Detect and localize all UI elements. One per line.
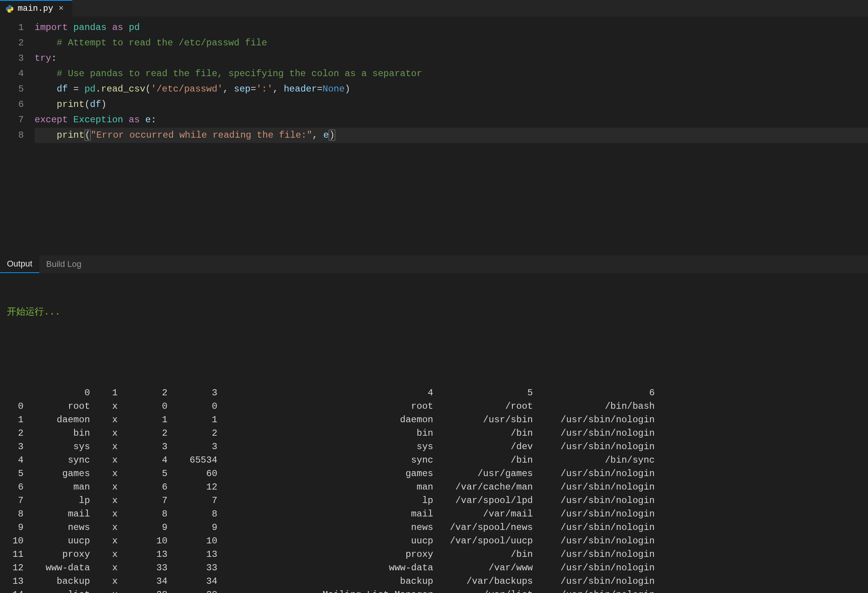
output-table: 0 1 2 3 4 5 6 0 root x 0 0 root /root: [7, 386, 861, 593]
line-number: 1: [0, 20, 24, 35]
code-editor[interactable]: 1 2 3 4 5 6 7 8 import pandas as pd # At…: [0, 17, 868, 255]
line-number: 3: [0, 51, 24, 66]
code-line[interactable]: df = pd.read_csv('/etc/passwd', sep=':',…: [35, 82, 868, 97]
code-line[interactable]: except Exception as e:: [35, 112, 868, 128]
code-area[interactable]: import pandas as pd # Attempt to read th…: [35, 20, 868, 248]
panel-tabbar: Output Build Log: [0, 255, 868, 273]
output-panel[interactable]: 开始运行... 0 1 2 3 4 5 6 0 root x 0 0: [0, 273, 868, 593]
line-number: 2: [0, 35, 24, 51]
line-number: 6: [0, 97, 24, 112]
code-line[interactable]: # Use pandas to read the file, specifyin…: [35, 66, 868, 82]
tab-output[interactable]: Output: [0, 255, 39, 273]
close-icon[interactable]: ×: [57, 4, 65, 13]
code-line[interactable]: # Attempt to read the /etc/passwd file: [35, 35, 868, 51]
line-number-gutter: 1 2 3 4 5 6 7 8: [0, 20, 35, 248]
code-line-active[interactable]: print("Error occurred while reading the …: [35, 128, 868, 143]
tab-main-py[interactable]: main.py ×: [0, 0, 72, 17]
code-line[interactable]: import pandas as pd: [35, 20, 868, 35]
python-file-icon: [5, 5, 14, 13]
code-line[interactable]: print(df): [35, 97, 868, 112]
tab-label: main.py: [18, 4, 53, 13]
bracket-match-close: ): [329, 130, 335, 141]
tab-build-log[interactable]: Build Log: [39, 255, 88, 273]
code-line[interactable]: try:: [35, 51, 868, 66]
output-blank-line: [7, 346, 861, 359]
line-number: 4: [0, 66, 24, 82]
line-number: 5: [0, 82, 24, 97]
editor-tabbar: main.py ×: [0, 0, 868, 17]
line-number: 7: [0, 112, 24, 128]
running-status: 开始运行...: [7, 305, 861, 319]
line-number: 8: [0, 128, 24, 143]
bracket-match-open: (: [85, 130, 91, 141]
app-root: main.py × 1 2 3 4 5 6 7 8 import pandas …: [0, 0, 868, 593]
